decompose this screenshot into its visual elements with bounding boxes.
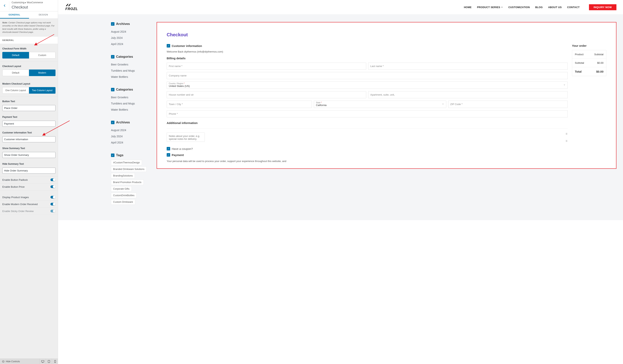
toggle-sticky-row: Enable Sticky Order Review — [0, 208, 58, 215]
page-body: Archives August 2024 July 2024 April 202… — [58, 14, 623, 220]
edit-widget-button[interactable] — [111, 154, 114, 157]
nav-blog[interactable]: BLOG — [535, 6, 543, 9]
category-item[interactable]: Water Bottlers — [111, 107, 152, 113]
order-row-header: Product Subtotal — [572, 50, 606, 59]
street-field[interactable]: House number and str — [167, 91, 366, 98]
chevron-down-icon — [563, 84, 566, 87]
country-mini-label: Country / Region — [169, 82, 184, 84]
tag-item[interactable]: Corporate Gifts — [111, 186, 132, 192]
archive-item[interactable]: April 2024 — [111, 41, 152, 47]
textarea-scrollbar[interactable] — [566, 133, 567, 142]
first-name-field[interactable]: First name * — [167, 62, 366, 70]
site-topbar: FROZL HOME PRODUCT SERIES CUSTOMIZATION … — [58, 0, 623, 14]
tab-general[interactable]: GENERAL — [0, 11, 29, 19]
widget-categories-1: Categories Beer Growlers Tumblers and Mu… — [111, 55, 152, 80]
phone-field[interactable]: Phone * — [167, 110, 568, 117]
pencil-icon — [112, 154, 114, 156]
edit-widget-button[interactable] — [111, 22, 114, 26]
apartment-field[interactable]: Apartment, suite, unit, — [368, 91, 568, 98]
settings-tabs: GENERAL DESIGN — [0, 11, 58, 19]
company-field[interactable]: Company name — [167, 72, 568, 79]
city-field[interactable]: Town / City * — [167, 101, 312, 108]
chevron-left-icon — [3, 4, 6, 7]
layout-modern[interactable]: Modern — [29, 70, 56, 76]
tag-item[interactable]: #CustomThermosDesign — [111, 160, 142, 165]
edit-widget-button[interactable] — [111, 88, 114, 91]
toggle-images[interactable] — [50, 196, 55, 199]
input-hide-summary-text[interactable] — [2, 168, 55, 174]
form-width-default[interactable]: Default — [2, 52, 29, 59]
billing-heading: Billing details — [167, 57, 568, 60]
edit-shortcut-button[interactable] — [167, 147, 170, 150]
category-item[interactable]: Water Bottlers — [111, 74, 152, 80]
payment-heading: Payment — [167, 153, 568, 157]
category-item[interactable]: Beer Growlers — [111, 94, 152, 101]
input-customer-info-text[interactable] — [2, 136, 55, 142]
label-checkout-form-width: Checkout Form Width — [2, 45, 55, 52]
archive-item[interactable]: July 2024 — [111, 35, 152, 41]
tag-item[interactable]: Branded Drinkware Solutions — [111, 166, 147, 172]
label-show-summary-text: Show Summary Text — [2, 145, 55, 152]
tag-item[interactable]: BrandingSolutions — [111, 173, 135, 179]
archive-item[interactable]: April 2024 — [111, 140, 152, 146]
state-select[interactable]: State * California — [314, 101, 446, 108]
toggle-sticky[interactable] — [50, 210, 55, 212]
edit-widget-button[interactable] — [111, 55, 114, 59]
coupon-heading[interactable]: Have a coupon? — [167, 147, 568, 150]
order-total-value: $0.00 — [596, 70, 603, 73]
site-logo[interactable]: FROZL — [65, 3, 78, 11]
tag-item[interactable]: Custom Drinkware — [111, 199, 135, 205]
toggle-price[interactable] — [50, 185, 55, 188]
divider — [167, 128, 568, 129]
toggle-padlock[interactable] — [50, 179, 55, 181]
customer-info-label: Customer information — [172, 44, 202, 47]
nav-customization[interactable]: CUSTOMIZATION — [508, 6, 530, 9]
widget-title-archives-2: Archives — [116, 121, 130, 124]
input-show-summary-text[interactable] — [2, 152, 55, 158]
archive-item[interactable]: August 2024 — [111, 127, 152, 133]
pencil-icon — [112, 56, 114, 58]
nav-contact[interactable]: CONTACT — [567, 6, 580, 9]
nav-home[interactable]: HOME — [464, 6, 472, 9]
category-item[interactable]: Beer Growlers — [111, 61, 152, 68]
category-item[interactable]: Tumblers and Mugs — [111, 68, 152, 74]
order-summary-box: Product Subtotal Subtotal $0.00 Total $0… — [572, 50, 606, 76]
last-name-field[interactable]: Last name * — [368, 62, 568, 70]
widget-title-categories-2: Categories — [116, 88, 133, 92]
back-button[interactable] — [0, 1, 9, 10]
archive-item[interactable]: August 2024 — [111, 29, 152, 35]
form-width-custom[interactable]: Custom — [29, 52, 56, 59]
layout-default[interactable]: Default — [2, 70, 29, 76]
additional-heading: Additional information — [167, 121, 568, 124]
widget-sidebar: Archives August 2024 July 2024 April 202… — [111, 22, 152, 212]
tag-item[interactable]: CustomDrinkBottles — [111, 193, 136, 198]
modern-one-column[interactable]: One Column Layout — [2, 87, 29, 94]
nav-product-series[interactable]: PRODUCT SERIES — [477, 6, 503, 9]
logo-mark-icon — [65, 3, 71, 7]
pencil-icon — [112, 89, 114, 91]
order-notes-field[interactable] — [167, 132, 205, 142]
option-show-summary-text: Show Summary Text — [0, 143, 58, 159]
country-select[interactable]: Country / Region * United States (US) — [167, 81, 568, 89]
payment-label: Payment — [172, 153, 184, 157]
edit-widget-button[interactable] — [111, 121, 114, 124]
toggle-padlock-label: Enable Button Padlock — [2, 179, 28, 181]
zip-field[interactable]: ZIP Code * — [448, 101, 568, 108]
category-item[interactable]: Tumblers and Mugs — [111, 101, 152, 107]
tag-item[interactable]: Brand Promotion Products — [111, 180, 144, 185]
toggle-modern-received[interactable] — [50, 203, 55, 205]
note-text: Certain Checkout page options may not wo… — [2, 21, 55, 33]
toggle-images-label: Display Product Images — [2, 196, 29, 199]
inquiry-button[interactable]: INQUIRY NOW — [589, 4, 616, 10]
modern-two-column[interactable]: Two Column Layout — [29, 87, 56, 94]
edit-shortcut-button[interactable] — [167, 44, 170, 47]
input-button-text[interactable] — [2, 105, 55, 111]
welcome-message: Welcome Back diythermos (info@diythermos… — [167, 50, 568, 53]
edit-shortcut-button[interactable] — [167, 153, 170, 157]
tab-design[interactable]: DESIGN — [29, 11, 58, 19]
toggle-padlock-row: Enable Button Padlock — [0, 177, 58, 183]
input-payment-text[interactable] — [2, 121, 55, 127]
archive-item[interactable]: July 2024 — [111, 133, 152, 140]
nav-about[interactable]: ABOUT US — [548, 6, 562, 9]
main-nav: HOME PRODUCT SERIES CUSTOMIZATION BLOG A… — [464, 4, 616, 10]
